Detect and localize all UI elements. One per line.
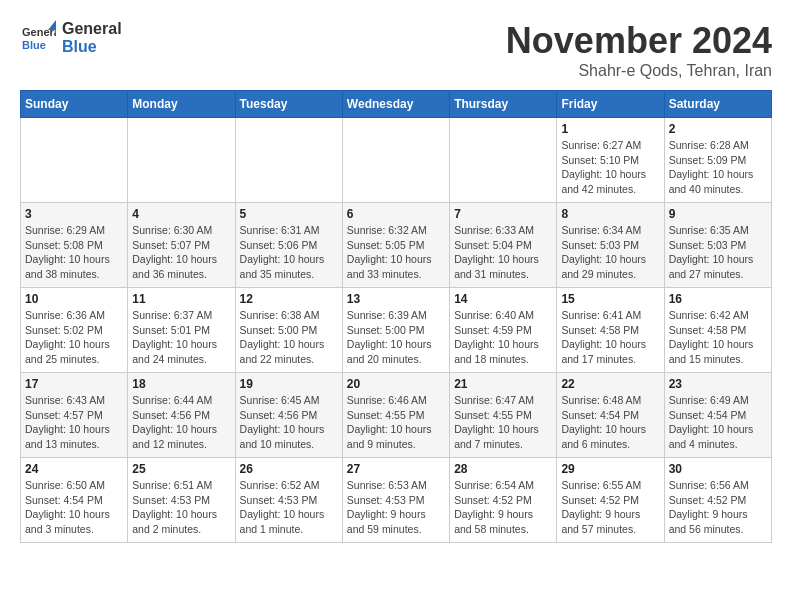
calendar-cell: 15Sunrise: 6:41 AM Sunset: 4:58 PM Dayli…	[557, 288, 664, 373]
day-number: 18	[132, 377, 230, 391]
calendar-cell: 17Sunrise: 6:43 AM Sunset: 4:57 PM Dayli…	[21, 373, 128, 458]
day-number: 3	[25, 207, 123, 221]
day-number: 27	[347, 462, 445, 476]
calendar-cell: 13Sunrise: 6:39 AM Sunset: 5:00 PM Dayli…	[342, 288, 449, 373]
day-info: Sunrise: 6:39 AM Sunset: 5:00 PM Dayligh…	[347, 308, 445, 367]
day-number: 6	[347, 207, 445, 221]
day-number: 8	[561, 207, 659, 221]
day-info: Sunrise: 6:53 AM Sunset: 4:53 PM Dayligh…	[347, 478, 445, 537]
day-info: Sunrise: 6:33 AM Sunset: 5:04 PM Dayligh…	[454, 223, 552, 282]
calendar-cell: 16Sunrise: 6:42 AM Sunset: 4:58 PM Dayli…	[664, 288, 771, 373]
calendar-cell: 6Sunrise: 6:32 AM Sunset: 5:05 PM Daylig…	[342, 203, 449, 288]
day-info: Sunrise: 6:54 AM Sunset: 4:52 PM Dayligh…	[454, 478, 552, 537]
calendar-cell: 27Sunrise: 6:53 AM Sunset: 4:53 PM Dayli…	[342, 458, 449, 543]
day-info: Sunrise: 6:43 AM Sunset: 4:57 PM Dayligh…	[25, 393, 123, 452]
calendar-cell	[128, 118, 235, 203]
day-number: 28	[454, 462, 552, 476]
day-info: Sunrise: 6:47 AM Sunset: 4:55 PM Dayligh…	[454, 393, 552, 452]
day-info: Sunrise: 6:44 AM Sunset: 4:56 PM Dayligh…	[132, 393, 230, 452]
calendar-cell: 3Sunrise: 6:29 AM Sunset: 5:08 PM Daylig…	[21, 203, 128, 288]
weekday-header-monday: Monday	[128, 91, 235, 118]
week-row-4: 17Sunrise: 6:43 AM Sunset: 4:57 PM Dayli…	[21, 373, 772, 458]
day-number: 2	[669, 122, 767, 136]
weekday-header-tuesday: Tuesday	[235, 91, 342, 118]
day-number: 9	[669, 207, 767, 221]
day-number: 16	[669, 292, 767, 306]
week-row-1: 1Sunrise: 6:27 AM Sunset: 5:10 PM Daylig…	[21, 118, 772, 203]
day-info: Sunrise: 6:36 AM Sunset: 5:02 PM Dayligh…	[25, 308, 123, 367]
day-info: Sunrise: 6:42 AM Sunset: 4:58 PM Dayligh…	[669, 308, 767, 367]
day-info: Sunrise: 6:30 AM Sunset: 5:07 PM Dayligh…	[132, 223, 230, 282]
day-number: 19	[240, 377, 338, 391]
location-title: Shahr-e Qods, Tehran, Iran	[506, 62, 772, 80]
logo-general: General	[62, 20, 122, 38]
day-number: 1	[561, 122, 659, 136]
day-number: 13	[347, 292, 445, 306]
day-number: 14	[454, 292, 552, 306]
calendar-cell	[21, 118, 128, 203]
calendar-cell: 12Sunrise: 6:38 AM Sunset: 5:00 PM Dayli…	[235, 288, 342, 373]
day-number: 15	[561, 292, 659, 306]
title-area: November 2024 Shahr-e Qods, Tehran, Iran	[506, 20, 772, 80]
day-info: Sunrise: 6:34 AM Sunset: 5:03 PM Dayligh…	[561, 223, 659, 282]
calendar-table: SundayMondayTuesdayWednesdayThursdayFrid…	[20, 90, 772, 543]
calendar-cell: 24Sunrise: 6:50 AM Sunset: 4:54 PM Dayli…	[21, 458, 128, 543]
calendar-cell: 18Sunrise: 6:44 AM Sunset: 4:56 PM Dayli…	[128, 373, 235, 458]
day-number: 20	[347, 377, 445, 391]
day-info: Sunrise: 6:27 AM Sunset: 5:10 PM Dayligh…	[561, 138, 659, 197]
day-number: 25	[132, 462, 230, 476]
logo-blue: Blue	[62, 38, 122, 56]
day-number: 24	[25, 462, 123, 476]
day-number: 30	[669, 462, 767, 476]
day-info: Sunrise: 6:31 AM Sunset: 5:06 PM Dayligh…	[240, 223, 338, 282]
calendar-cell: 20Sunrise: 6:46 AM Sunset: 4:55 PM Dayli…	[342, 373, 449, 458]
day-info: Sunrise: 6:32 AM Sunset: 5:05 PM Dayligh…	[347, 223, 445, 282]
day-number: 10	[25, 292, 123, 306]
calendar-cell: 5Sunrise: 6:31 AM Sunset: 5:06 PM Daylig…	[235, 203, 342, 288]
day-info: Sunrise: 6:46 AM Sunset: 4:55 PM Dayligh…	[347, 393, 445, 452]
day-number: 7	[454, 207, 552, 221]
day-number: 29	[561, 462, 659, 476]
calendar-cell: 9Sunrise: 6:35 AM Sunset: 5:03 PM Daylig…	[664, 203, 771, 288]
day-info: Sunrise: 6:56 AM Sunset: 4:52 PM Dayligh…	[669, 478, 767, 537]
day-info: Sunrise: 6:28 AM Sunset: 5:09 PM Dayligh…	[669, 138, 767, 197]
calendar-cell	[450, 118, 557, 203]
day-info: Sunrise: 6:45 AM Sunset: 4:56 PM Dayligh…	[240, 393, 338, 452]
calendar-cell: 8Sunrise: 6:34 AM Sunset: 5:03 PM Daylig…	[557, 203, 664, 288]
day-info: Sunrise: 6:41 AM Sunset: 4:58 PM Dayligh…	[561, 308, 659, 367]
week-row-3: 10Sunrise: 6:36 AM Sunset: 5:02 PM Dayli…	[21, 288, 772, 373]
day-number: 12	[240, 292, 338, 306]
day-number: 23	[669, 377, 767, 391]
calendar-cell: 14Sunrise: 6:40 AM Sunset: 4:59 PM Dayli…	[450, 288, 557, 373]
day-info: Sunrise: 6:40 AM Sunset: 4:59 PM Dayligh…	[454, 308, 552, 367]
day-info: Sunrise: 6:52 AM Sunset: 4:53 PM Dayligh…	[240, 478, 338, 537]
calendar-cell: 19Sunrise: 6:45 AM Sunset: 4:56 PM Dayli…	[235, 373, 342, 458]
calendar-cell: 22Sunrise: 6:48 AM Sunset: 4:54 PM Dayli…	[557, 373, 664, 458]
calendar-cell: 25Sunrise: 6:51 AM Sunset: 4:53 PM Dayli…	[128, 458, 235, 543]
day-info: Sunrise: 6:50 AM Sunset: 4:54 PM Dayligh…	[25, 478, 123, 537]
day-number: 17	[25, 377, 123, 391]
calendar-cell	[235, 118, 342, 203]
day-info: Sunrise: 6:37 AM Sunset: 5:01 PM Dayligh…	[132, 308, 230, 367]
weekday-header-wednesday: Wednesday	[342, 91, 449, 118]
calendar-cell: 2Sunrise: 6:28 AM Sunset: 5:09 PM Daylig…	[664, 118, 771, 203]
calendar-cell: 29Sunrise: 6:55 AM Sunset: 4:52 PM Dayli…	[557, 458, 664, 543]
weekday-header-friday: Friday	[557, 91, 664, 118]
svg-text:Blue: Blue	[22, 39, 46, 51]
month-title: November 2024	[506, 20, 772, 62]
calendar-cell: 28Sunrise: 6:54 AM Sunset: 4:52 PM Dayli…	[450, 458, 557, 543]
calendar-cell	[342, 118, 449, 203]
calendar-cell: 21Sunrise: 6:47 AM Sunset: 4:55 PM Dayli…	[450, 373, 557, 458]
calendar-cell: 10Sunrise: 6:36 AM Sunset: 5:02 PM Dayli…	[21, 288, 128, 373]
day-info: Sunrise: 6:35 AM Sunset: 5:03 PM Dayligh…	[669, 223, 767, 282]
calendar-cell: 4Sunrise: 6:30 AM Sunset: 5:07 PM Daylig…	[128, 203, 235, 288]
day-info: Sunrise: 6:51 AM Sunset: 4:53 PM Dayligh…	[132, 478, 230, 537]
weekday-header-sunday: Sunday	[21, 91, 128, 118]
day-number: 22	[561, 377, 659, 391]
logo: General Blue General Blue	[20, 20, 122, 56]
day-number: 4	[132, 207, 230, 221]
day-number: 5	[240, 207, 338, 221]
day-info: Sunrise: 6:49 AM Sunset: 4:54 PM Dayligh…	[669, 393, 767, 452]
calendar-cell: 26Sunrise: 6:52 AM Sunset: 4:53 PM Dayli…	[235, 458, 342, 543]
day-info: Sunrise: 6:29 AM Sunset: 5:08 PM Dayligh…	[25, 223, 123, 282]
